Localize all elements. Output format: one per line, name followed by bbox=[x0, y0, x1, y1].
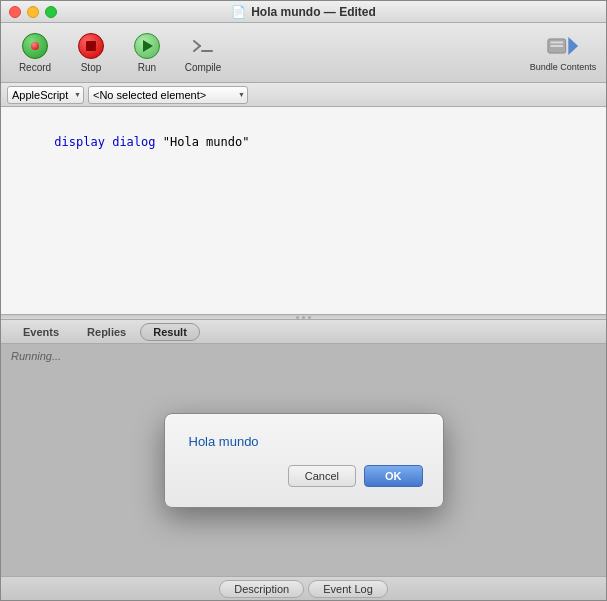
compile-button[interactable]: Compile bbox=[177, 27, 229, 79]
element-select-wrapper: <No selected element> ▼ bbox=[88, 86, 248, 104]
resize-dot bbox=[308, 316, 311, 319]
record-icon bbox=[21, 32, 49, 60]
svg-rect-4 bbox=[551, 42, 563, 44]
window-controls bbox=[9, 6, 57, 18]
dialog-box: Hola mundo Cancel OK bbox=[164, 413, 444, 508]
maximize-button[interactable] bbox=[45, 6, 57, 18]
panel-content: Running... Hola mundo Cancel OK bbox=[1, 344, 606, 576]
window-title: Hola mundo — Edited bbox=[251, 5, 376, 19]
description-tab[interactable]: Description bbox=[219, 580, 304, 598]
svg-marker-6 bbox=[568, 37, 578, 55]
bundle-icon bbox=[547, 32, 579, 60]
compile-icon bbox=[189, 32, 217, 60]
dialog-message: Hola mundo bbox=[185, 434, 423, 449]
stop-button[interactable]: Stop bbox=[65, 27, 117, 79]
svg-line-1 bbox=[194, 46, 200, 51]
ok-button[interactable]: OK bbox=[364, 465, 423, 487]
minimize-button[interactable] bbox=[27, 6, 39, 18]
svg-rect-5 bbox=[551, 45, 563, 47]
cancel-button[interactable]: Cancel bbox=[288, 465, 356, 487]
event-log-tab[interactable]: Event Log bbox=[308, 580, 388, 598]
bottom-panel: Events Replies Result Running... Hola mu… bbox=[1, 320, 606, 600]
compile-label: Compile bbox=[185, 62, 222, 73]
tab-result[interactable]: Result bbox=[140, 323, 200, 341]
language-select-wrapper: AppleScript ▼ bbox=[7, 86, 84, 104]
code-keyword: display dialog bbox=[54, 135, 155, 149]
bundle-contents-button[interactable]: Bundle Contents bbox=[528, 27, 598, 79]
element-select[interactable]: <No selected element> bbox=[88, 86, 248, 104]
code-string: "Hola mundo" bbox=[156, 135, 250, 149]
language-select[interactable]: AppleScript bbox=[7, 86, 84, 104]
tabs-bar: Events Replies Result bbox=[1, 320, 606, 344]
status-bar: Description Event Log bbox=[1, 576, 606, 600]
main-window: 📄 Hola mundo — Edited Record Stop bbox=[0, 0, 607, 601]
title-bar-text: 📄 Hola mundo — Edited bbox=[231, 5, 376, 19]
svg-line-0 bbox=[194, 41, 200, 46]
resize-dot bbox=[296, 316, 299, 319]
stop-label: Stop bbox=[81, 62, 102, 73]
tab-replies[interactable]: Replies bbox=[73, 322, 140, 342]
code-editor[interactable]: display dialog "Hola mundo" bbox=[1, 107, 606, 314]
toolbar: Record Stop Run bbox=[1, 23, 606, 83]
stop-icon bbox=[77, 32, 105, 60]
close-button[interactable] bbox=[9, 6, 21, 18]
title-bar: 📄 Hola mundo — Edited bbox=[1, 1, 606, 23]
resize-dot bbox=[302, 316, 305, 319]
tab-events[interactable]: Events bbox=[9, 322, 73, 342]
title-icon: 📄 bbox=[231, 5, 246, 19]
script-bar: AppleScript ▼ <No selected element> ▼ bbox=[1, 83, 606, 107]
dialog-buttons: Cancel OK bbox=[185, 465, 423, 487]
code-line-1: display dialog "Hola mundo" bbox=[11, 115, 596, 169]
resize-dots bbox=[296, 316, 311, 319]
run-label: Run bbox=[138, 62, 156, 73]
run-button[interactable]: Run bbox=[121, 27, 173, 79]
run-icon bbox=[133, 32, 161, 60]
dialog-overlay: Hola mundo Cancel OK bbox=[1, 344, 606, 576]
record-label: Record bbox=[19, 62, 51, 73]
bundle-label: Bundle Contents bbox=[530, 62, 597, 73]
record-button[interactable]: Record bbox=[9, 27, 61, 79]
